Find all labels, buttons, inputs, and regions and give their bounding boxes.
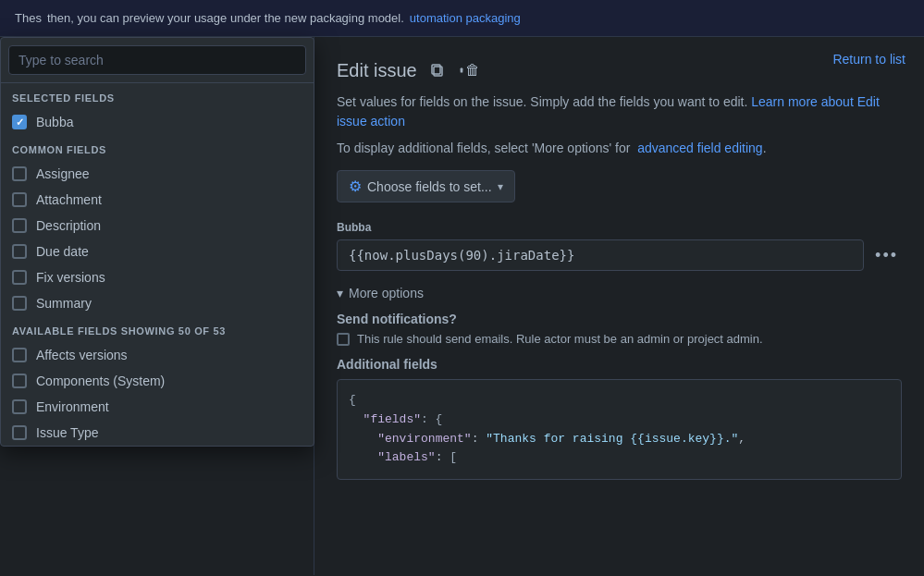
checkbox-assignee[interactable] (12, 166, 27, 181)
send-notifications-checkbox-label: This rule should send emails. Rule actor… (357, 332, 763, 346)
more-options-section: ▾ More options Send notifications? This … (337, 286, 902, 480)
gear-icon: ⚙ (349, 178, 362, 195)
json-editor[interactable]: { "fields": { "environment": "Thanks for… (337, 379, 902, 480)
chevron-down-icon: ▾ (498, 180, 503, 193)
field-item-description[interactable]: Description (1, 213, 314, 239)
field-label-fix-versions: Fix versions (36, 270, 105, 285)
field-label-bubba: Bubba (36, 115, 73, 129)
banner-main-text: then, you can preview your usage under t… (47, 11, 404, 25)
banner-prefix: Thes (15, 11, 42, 25)
field-item-issue-type[interactable]: Issue Type (1, 420, 314, 446)
json-line2: "fields" (349, 412, 421, 426)
dropdown-scroll-area: SELECTED FIELDS Bubba COMMON FIELDS Assi… (1, 83, 314, 446)
main-inner: Edit issue 🗑 (314, 41, 924, 513)
bubba-field-input-row: ••• (337, 239, 902, 271)
additional-fields-section: Additional fields { "fields": { "environ… (337, 357, 902, 480)
field-item-bubba-selected[interactable]: Bubba (1, 109, 314, 135)
bubba-field-input[interactable] (337, 239, 864, 271)
field-item-fix-versions[interactable]: Fix versions (1, 264, 314, 290)
secondary-text: To display additional fields, select 'Mo… (337, 141, 902, 155)
main-layout: Preview w new rule Rule d Audit l When: … (0, 37, 924, 575)
advanced-field-link[interactable]: advanced field editing (637, 141, 762, 155)
top-banner: Thes then, you can preview your usage un… (0, 0, 924, 37)
field-label-description: Description (36, 218, 101, 233)
choose-fields-button[interactable]: ⚙ Choose fields to set... ▾ (337, 170, 515, 202)
search-wrapper (1, 38, 314, 83)
common-fields-label: COMMON FIELDS (1, 135, 314, 161)
field-item-assignee[interactable]: Assignee (1, 161, 314, 187)
available-fields-label: AVAILABLE FIELDS SHOWING 50 OF 53 (1, 316, 314, 342)
checkbox-components[interactable] (12, 374, 27, 388)
bubba-field-row: Bubba ••• (337, 221, 902, 271)
field-item-environment[interactable]: Environment (1, 394, 314, 420)
checkbox-bubba[interactable] (12, 115, 27, 129)
more-options-label: More options (349, 286, 424, 300)
field-label-environment: Environment (36, 399, 109, 414)
search-input[interactable] (8, 45, 306, 75)
checkbox-environment[interactable] (12, 399, 27, 414)
bubba-field-more-button[interactable]: ••• (871, 242, 902, 269)
json-line1: { (349, 393, 356, 407)
bubba-field-label: Bubba (337, 221, 902, 234)
checkbox-fix-versions[interactable] (12, 270, 27, 285)
checkbox-description[interactable] (12, 218, 27, 233)
delete-icon-button[interactable]: 🗑 (458, 59, 480, 81)
chevron-left-icon: ▾ (337, 286, 343, 300)
field-label-due-date: Due date (36, 244, 89, 259)
field-label-affects-versions: Affects versions (36, 348, 128, 362)
checkbox-attachment[interactable] (12, 192, 27, 207)
page-title: Edit issue (337, 60, 417, 81)
field-label-issue-type: Issue Type (36, 425, 98, 440)
checkbox-issue-type[interactable] (12, 425, 27, 440)
json-line3: "environment": "Thanks for raising {{iss… (349, 432, 745, 446)
banner-link[interactable]: utomation packaging (410, 11, 521, 25)
checkbox-due-date[interactable] (12, 244, 27, 259)
field-item-affects-versions[interactable]: Affects versions (1, 342, 314, 368)
description-text: Set values for fields on the issue. Simp… (337, 92, 902, 131)
checkbox-summary[interactable] (12, 296, 27, 311)
send-notifications-label: Send notifications? (337, 312, 902, 326)
field-item-components[interactable]: Components (System) (1, 368, 314, 394)
field-label-components: Components (System) (36, 374, 165, 388)
copy-icon-button[interactable] (426, 59, 449, 81)
selected-fields-label: SELECTED FIELDS (1, 83, 314, 109)
checkbox-affects-versions[interactable] (12, 348, 27, 362)
send-notifications-checkbox[interactable] (337, 333, 350, 346)
more-options-toggle-button[interactable]: ▾ More options (337, 286, 424, 300)
field-item-summary[interactable]: Summary (1, 290, 314, 316)
json-line4: "labels": [ (349, 450, 457, 464)
field-item-attachment[interactable]: Attachment (1, 187, 314, 213)
field-item-due-date[interactable]: Due date (1, 239, 314, 264)
edit-issue-header: Edit issue 🗑 (337, 59, 902, 81)
field-label-summary: Summary (36, 296, 92, 311)
send-notifications-group: Send notifications? This rule should sen… (337, 312, 902, 346)
field-label-attachment: Attachment (36, 192, 102, 207)
field-label-assignee: Assignee (36, 166, 90, 181)
choose-fields-label: Choose fields to set... (367, 179, 492, 194)
main-content: Return to list Edit issue (314, 37, 924, 575)
return-to-list-button[interactable]: Return to list (832, 52, 906, 67)
field-chooser-dropdown: SELECTED FIELDS Bubba COMMON FIELDS Assi… (0, 37, 314, 447)
additional-fields-label: Additional fields (337, 357, 902, 372)
send-notifications-checkbox-row: This rule should send emails. Rule actor… (337, 332, 902, 346)
